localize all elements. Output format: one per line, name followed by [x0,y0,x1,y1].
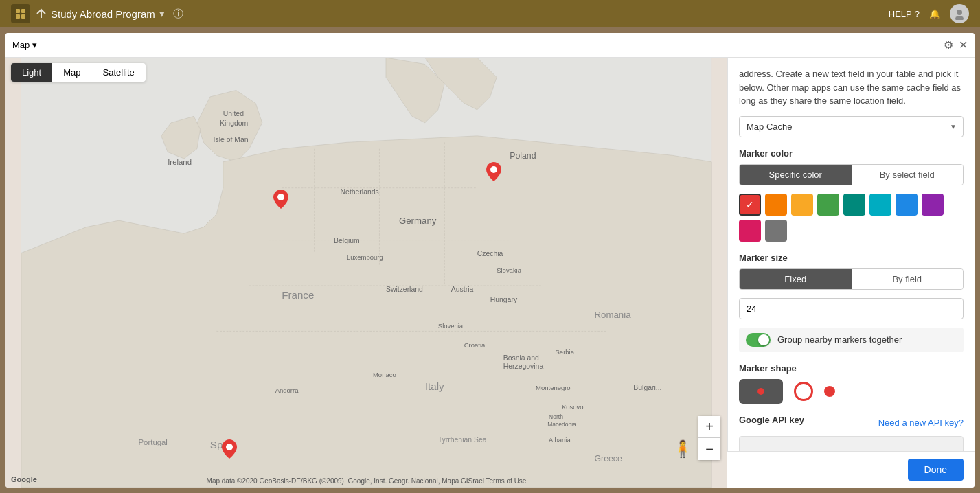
svg-text:Portugal: Portugal [139,438,168,446]
notification-icon[interactable]: 🔔 [929,9,940,19]
shape-circle-outline-option[interactable] [794,382,813,401]
toolbar-icons: ⚙ ✕ [944,38,968,51]
svg-text:North: North [549,413,563,420]
fixed-size-button[interactable]: Fixed [740,269,852,289]
tab-light[interactable]: Light [11,63,52,82]
group-markers-label: Group nearby markers together [777,334,902,345]
marker-size-label: Marker size [739,253,964,263]
map-title-button[interactable]: Map ▾ [12,40,37,50]
color-teal[interactable] [843,194,865,216]
specific-color-button[interactable]: Specific color [740,165,852,185]
svg-text:France: France [282,289,314,301]
close-icon[interactable]: ✕ [959,38,968,51]
svg-text:Greece: Greece [594,454,622,463]
shape-circle-filled-option[interactable] [824,386,835,397]
svg-text:Slovakia: Slovakia [497,266,522,274]
svg-text:Luxembourg: Luxembourg [347,253,383,261]
map-attribution: Map data ©2020 GeoBasis-DE/BKG (©2009), … [5,477,727,485]
group-markers-row: Group nearby markers together [739,328,964,352]
api-key-input-field[interactable] [739,436,964,452]
google-api-label: Google API key [739,415,804,425]
need-api-key-link[interactable]: Need a new API key? [878,417,964,428]
help-button[interactable]: HELP ? [889,9,920,19]
svg-text:Kosovo: Kosovo [562,403,584,411]
zoom-in-button[interactable]: + [698,416,720,438]
map-zoom-controls: + − [698,416,720,460]
marker-size-toggle: Fixed By field [739,268,964,290]
color-purple[interactable] [922,194,944,216]
svg-text:Czechia: Czechia [477,250,503,257]
pegman-icon[interactable]: 🧍 [672,439,693,459]
color-cyan[interactable] [869,194,891,216]
top-bar-right: HELP ? 🔔 [889,4,969,23]
svg-text:Bulgari...: Bulgari... [633,384,661,391]
svg-text:Bosnia and: Bosnia and [503,354,539,362]
svg-text:Tyrrhenian Sea: Tyrrhenian Sea [438,436,487,444]
map-pin-3[interactable] [222,439,237,461]
color-amber[interactable] [791,194,813,216]
shape-pin-option[interactable] [739,379,783,404]
by-field-size-button[interactable]: By field [852,269,964,289]
settings-icon[interactable]: ⚙ [944,38,953,51]
tab-map[interactable]: Map [52,63,91,82]
app-logo [11,4,30,23]
group-markers-toggle[interactable] [746,333,771,347]
marker-color-toggle: Specific color By select field [739,164,964,185]
color-green[interactable] [817,194,839,216]
svg-rect-3 [21,14,25,19]
color-pink[interactable] [739,220,761,242]
svg-text:Kingdom: Kingdom [220,119,248,127]
done-row: Done [727,451,975,488]
tab-satellite[interactable]: Satellite [92,63,146,82]
map-pin-1[interactable] [273,190,288,211]
svg-text:Andorra: Andorra [275,387,299,394]
svg-text:Isle of Man: Isle of Man [214,136,249,144]
svg-text:Serbia: Serbia [556,348,575,356]
color-orange[interactable] [765,194,787,216]
zoom-out-button[interactable]: − [698,438,720,460]
svg-rect-1 [21,9,25,13]
user-avatar[interactable] [950,4,969,23]
svg-rect-2 [16,14,20,19]
by-select-field-button[interactable]: By select field [852,165,964,185]
map-tabs: Light Map Satellite [11,63,146,82]
right-panel: address. Create a new text field in your… [727,58,975,488]
map-pin-2[interactable] [486,162,501,184]
marker-shape-label: Marker shape [739,363,964,374]
sidebar-settings: address. Create a new text field in your… [727,58,975,451]
content-split: United Kingdom Isle of Man Ireland Polan… [5,58,975,488]
svg-text:Macedonia: Macedonia [547,421,576,428]
marker-size-input[interactable] [739,298,964,319]
cache-description: address. Create a new text field in your… [739,67,964,108]
color-gray[interactable] [765,220,787,242]
svg-text:Slovenia: Slovenia [438,322,464,330]
done-button[interactable]: Done [908,459,964,481]
svg-text:Belgium: Belgium [334,237,360,244]
svg-point-4 [957,10,962,15]
map-area[interactable]: United Kingdom Isle of Man Ireland Polan… [5,58,727,488]
svg-text:Hungary: Hungary [490,296,518,303]
svg-text:Italy: Italy [425,380,444,392]
map-cache-dropdown-wrapper: Map Cache [739,116,964,137]
app-title: Study Abroad Program ▾ ⓘ [36,8,183,21]
color-blue[interactable] [896,194,918,216]
svg-text:Albania: Albania [549,436,571,444]
svg-point-51 [226,444,233,450]
svg-text:Germany: Germany [399,216,437,226]
svg-point-50 [490,166,497,173]
color-red[interactable]: ✓ [739,194,761,216]
top-bar: Study Abroad Program ▾ ⓘ HELP ? 🔔 [0,0,980,27]
svg-text:Poland: Poland [510,151,536,161]
svg-rect-0 [16,9,20,13]
svg-point-5 [955,16,964,20]
map-toolbar: Map ▾ ⚙ ✕ [5,33,975,58]
api-key-row: Google API key Need a new API key? [739,415,964,431]
svg-text:Romania: Romania [594,310,631,320]
svg-text:United: United [223,110,244,117]
marker-shapes [739,379,964,404]
svg-text:Ireland: Ireland [168,159,192,167]
map-cache-dropdown[interactable]: Map Cache [739,116,964,137]
svg-text:Netherlands: Netherlands [341,188,379,196]
svg-text:Croatia: Croatia [464,341,486,349]
marker-color-label: Marker color [739,148,964,159]
